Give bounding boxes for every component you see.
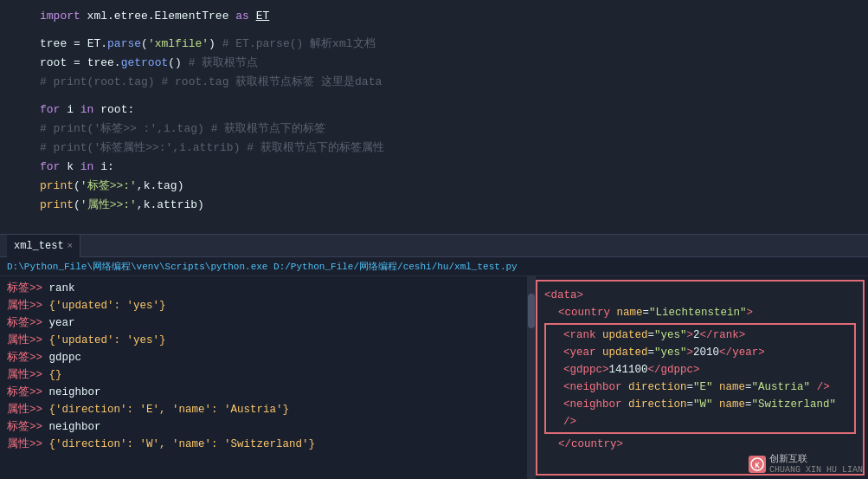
- terminal-area: xml_test × D:\Python_File\网络编程\venv\Scri…: [0, 234, 868, 479]
- var-tree: tree: [40, 37, 67, 50]
- watermark-logo: K: [749, 456, 766, 473]
- code-content-tree: tree = ET.parse('xmlfile') # ET.parse() …: [40, 35, 868, 54]
- code-line-printattrib: print('属性>>:',k.attrib): [0, 196, 868, 215]
- code-line-root: root = tree.getroot() # 获取根节点: [0, 54, 868, 73]
- xml-rank-line: <rank updated="yes">2</rank>: [550, 327, 851, 344]
- code-line-cmt2: # print('标签>> :',i.tag) # 获取根节点下的标签: [0, 120, 868, 139]
- terminal-tab-label: xml_test: [14, 240, 64, 252]
- terminal-tab-close-icon[interactable]: ×: [68, 241, 74, 251]
- term-line-6: 属性>> {}: [7, 366, 520, 384]
- code-line-content-1: import xml.etree.ElementTree as ET: [40, 7, 868, 26]
- xml-year-line: <year updated="yes">2010</year>: [550, 344, 851, 361]
- watermark: K 创新互联 CHUANG XIN HU LIAN: [749, 454, 863, 476]
- code-line-blank2: [0, 92, 868, 100]
- term-line-2: 属性>> {'updated': 'yes'}: [7, 297, 520, 314]
- code-line-blank1: [0, 26, 868, 35]
- xml-country-close: </country>: [544, 436, 856, 453]
- svg-text:K: K: [755, 462, 760, 470]
- code-line-cmt1: # print(root.tag) # root.tag 获取根节点标签 这里是…: [0, 73, 868, 92]
- keyword-import: import: [40, 10, 87, 23]
- code-line-cmt3: # print('标签属性>>:',i.attrib) # 获取根节点下的标签属…: [0, 139, 868, 158]
- xml-panel: <data> <country name="Liechtenstein"> <r…: [536, 280, 865, 476]
- watermark-logo-icon: K: [750, 457, 764, 471]
- watermark-text-block: 创新互联 CHUANG XIN HU LIAN: [769, 454, 863, 476]
- term-line-10: 属性>> {'direction': 'W', 'name': 'Switzer…: [7, 436, 520, 453]
- term-line-9: 标签>> neighbor: [7, 418, 520, 436]
- terminal-path-text: D:\Python_File\网络编程\venv\Scripts\python.…: [7, 262, 518, 272]
- code-line-printtag: print('标签>>:',k.tag): [0, 177, 868, 196]
- code-content-root: root = tree.getroot() # 获取根节点: [40, 54, 868, 73]
- xml-neighbor-e-line: <neighbor direction="E" name="Austria" /…: [550, 379, 851, 396]
- scroll-indicator[interactable]: [527, 276, 536, 479]
- terminal-content: 标签>> rank 属性>> {'updated': 'yes'} 标签>> y…: [0, 276, 868, 479]
- xml-data-tag: <data>: [544, 287, 856, 304]
- alias-et: ET: [256, 10, 270, 23]
- watermark-cname: 创新互联: [769, 454, 863, 465]
- term-line-1: 标签>> rank: [7, 280, 520, 297]
- code-line-tree: tree = ET.parse('xmlfile') # ET.parse() …: [0, 35, 868, 54]
- xml-country-open: <country name="Liechtenstein">: [544, 304, 856, 321]
- code-line-for: for i in root:: [0, 100, 868, 120]
- xml-gdppc-line: <gdppc>141100</gdppc>: [550, 361, 851, 379]
- code-line-1: import xml.etree.ElementTree as ET: [0, 7, 868, 26]
- terminal-tab-xml-test[interactable]: xml_test ×: [7, 235, 80, 257]
- term-line-4: 属性>> {'updated': 'yes'}: [7, 332, 520, 349]
- module-name: xml.etree.ElementTree: [87, 10, 229, 23]
- code-line-fork: for k in i:: [0, 158, 868, 177]
- xml-inner-box: <rank updated="yes">2</rank> <year updat…: [544, 323, 856, 434]
- term-line-8: 属性>> {'direction': 'E', 'name': 'Austria…: [7, 401, 520, 418]
- terminal-path-bar: D:\Python_File\网络编程\venv\Scripts\python.…: [0, 257, 868, 276]
- xml-neighbor-w-line: <neighbor direction="W" name="Switzerlan…: [550, 396, 851, 430]
- term-line-7: 标签>> neighbor: [7, 384, 520, 401]
- terminal-output-left: 标签>> rank 属性>> {'updated': 'yes'} 标签>> y…: [0, 276, 527, 479]
- terminal-tab-bar: xml_test ×: [0, 235, 868, 257]
- keyword-as: as: [228, 10, 255, 23]
- watermark-pinyin: CHUANG XIN HU LIAN: [769, 465, 863, 476]
- term-line-5: 标签>> gdppc: [7, 349, 520, 366]
- code-editor: import xml.etree.ElementTree as ET tree …: [0, 0, 868, 234]
- scroll-thumb: [528, 294, 535, 328]
- term-line-3: 标签>> year: [7, 314, 520, 332]
